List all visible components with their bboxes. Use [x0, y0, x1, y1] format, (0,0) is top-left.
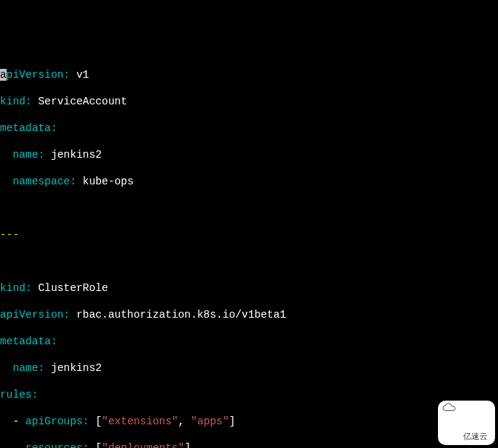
yaml-separator: ---	[0, 229, 19, 241]
colon: :	[51, 122, 58, 134]
colon: :	[39, 149, 45, 161]
colon: :	[70, 175, 76, 187]
colon: :	[83, 415, 90, 427]
string-value: apps	[197, 415, 222, 427]
watermark-badge: 亿速云	[438, 401, 495, 445]
line-metadata: metadata:	[0, 121, 498, 135]
colon: :	[51, 335, 58, 347]
rule0-apiGroups: - apiGroups: ["extensions", "apps"]	[0, 415, 498, 428]
value-apiVersion: rbac.authorization.k8s.io/v1beta1	[76, 309, 286, 321]
colon: :	[32, 389, 39, 401]
blank-line	[0, 201, 498, 215]
key-name: name	[13, 362, 38, 374]
colon: :	[25, 96, 32, 107]
line-apiVersion2: apiVersion: rbac.authorization.k8s.io/v1…	[0, 308, 498, 321]
value-name: jenkins2	[51, 362, 102, 374]
cloud-icon	[442, 403, 456, 412]
string-value: deployments	[108, 442, 178, 448]
colon: :	[64, 309, 70, 321]
blank-line	[0, 255, 498, 268]
colon: :	[83, 442, 90, 448]
line-kind: kind: ServiceAccount	[0, 95, 498, 108]
line-name: name: jenkins2	[0, 148, 498, 161]
key-namespace: namespace	[13, 175, 70, 187]
colon: :	[64, 69, 70, 81]
key-apiVersion: piVersion	[7, 69, 64, 81]
line-metadata2: metadata:	[0, 335, 498, 348]
comma: ,	[178, 415, 185, 427]
key-rules: rules	[0, 389, 32, 401]
line-apiVersion: apiVersion: v1	[0, 68, 498, 81]
value-namespace: kube-ops	[83, 175, 134, 187]
line-name2: name: jenkins2	[0, 361, 498, 375]
key-kind: kind	[0, 282, 25, 294]
colon: :	[39, 362, 45, 374]
value-apiVersion: v1	[76, 69, 89, 81]
code-block: apiVersion: v1 kind: ServiceAccount meta…	[0, 55, 498, 448]
key-metadata: metadata	[0, 335, 51, 347]
dash: -	[13, 415, 19, 427]
value-kind: ServiceAccount	[39, 96, 127, 107]
key-apiVersion: apiVersion	[0, 309, 64, 321]
key-resources: resources	[25, 442, 82, 448]
rbracket: ]	[185, 442, 191, 448]
line-kind2: kind: ClusterRole	[0, 281, 498, 295]
line-rules: rules:	[0, 388, 498, 401]
key-kind: kind	[0, 96, 25, 107]
cursor: a	[0, 69, 7, 81]
string-value: extensions	[108, 415, 172, 427]
rule0-resources: resources: ["deployments"]	[0, 441, 498, 448]
value-kind: ClusterRole	[39, 282, 108, 294]
watermark-text: 亿速云	[463, 432, 488, 441]
line-namespace: namespace: kube-ops	[0, 175, 498, 188]
key-name: name	[13, 149, 38, 161]
rbracket: ]	[229, 415, 236, 427]
key-metadata: metadata	[0, 122, 51, 134]
line-separator: ---	[0, 228, 498, 241]
value-name: jenkins2	[51, 149, 102, 161]
key-apiGroups: apiGroups	[25, 415, 82, 427]
colon: :	[25, 282, 32, 294]
